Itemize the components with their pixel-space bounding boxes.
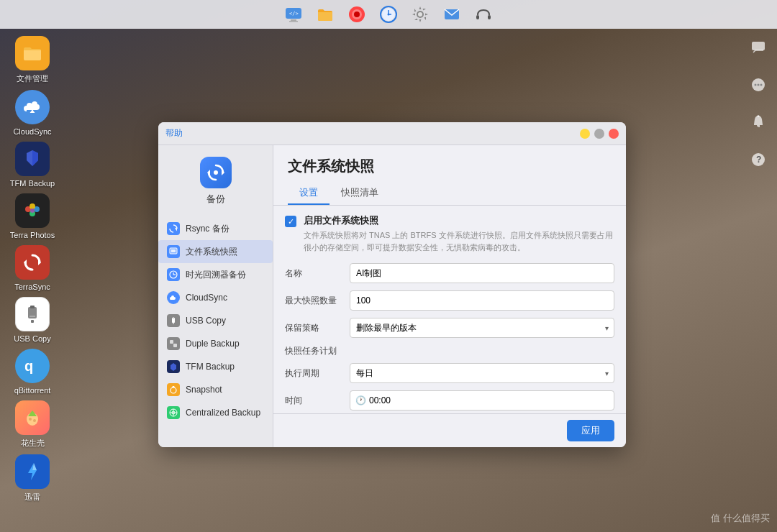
taskbar-icon-settings[interactable] bbox=[410, 4, 430, 24]
settings-content: 启用文件系统快照 文件系统快照将对 TNAS 上的 BTRFS 文件系统进行快照… bbox=[273, 214, 626, 413]
dialog-tabs: 设置 快照清单 bbox=[273, 182, 626, 206]
sidebar-item-cloudsync-label: CloudSync bbox=[186, 293, 227, 303]
desktop-icon-terraphotos[interactable]: Terra Photos bbox=[7, 193, 58, 239]
svg-point-37 bbox=[760, 84, 763, 86]
svg-point-11 bbox=[388, 14, 390, 16]
desktop-icon-terrasync[interactable]: TerraSync bbox=[7, 245, 58, 291]
message-icon[interactable] bbox=[747, 36, 770, 59]
taskbar: </> bbox=[0, 0, 777, 29]
form-label-name: 名称 bbox=[285, 267, 350, 280]
sidebar-item-duple-backup-label: Duple Backup bbox=[186, 339, 240, 349]
taskbar-icon-monitor[interactable] bbox=[347, 4, 367, 24]
sidebar-list: Rsync 备份 文件系统快照 bbox=[158, 217, 273, 424]
taskbar-icon-folder[interactable] bbox=[315, 4, 335, 24]
maximize-button[interactable]: □ bbox=[594, 129, 604, 139]
svg-rect-52 bbox=[173, 317, 174, 318]
tab-snapshot-list[interactable]: 快照清单 bbox=[330, 182, 390, 205]
sidebar-item-snapshot[interactable]: Snapshot bbox=[158, 378, 273, 401]
dialog-title: 文件系统快照 bbox=[273, 145, 626, 182]
period-select[interactable]: 每日 每周 每月 bbox=[350, 363, 614, 383]
svg-point-32 bbox=[33, 419, 36, 422]
desktop-icon-filemgr[interactable]: 文件管理 bbox=[7, 36, 58, 84]
dialog-titlebar: 帮助 − □ × bbox=[158, 122, 626, 145]
sidebar-item-icon-usb bbox=[167, 314, 180, 327]
sidebar-item-centralized-backup-label: Centralized Backup bbox=[186, 408, 260, 418]
time-input[interactable] bbox=[350, 390, 614, 411]
svg-rect-51 bbox=[172, 318, 175, 323]
period-select-wrapper: 每日 每周 每月 ▾ bbox=[350, 363, 614, 383]
close-button[interactable]: × bbox=[609, 129, 619, 139]
sidebar-item-timemachine-label: 时光回溯器备份 bbox=[186, 269, 246, 281]
form-label-period: 执行周期 bbox=[285, 367, 350, 380]
sidebar-item-icon-duple bbox=[167, 337, 180, 350]
minimize-button[interactable]: − bbox=[580, 129, 590, 139]
svg-text:</>: </> bbox=[289, 11, 299, 17]
enable-desc: 文件系统快照将对 TNAS 上的 BTRFS 文件系统进行快照。启用文件系统快照… bbox=[304, 229, 614, 253]
sidebar-item-rsync[interactable]: Rsync 备份 bbox=[158, 217, 273, 240]
svg-point-43 bbox=[214, 170, 218, 175]
svg-rect-2 bbox=[289, 21, 298, 22]
svg-point-35 bbox=[755, 84, 757, 86]
retention-select[interactable]: 删除最早的版本 保留所有版本 bbox=[350, 318, 614, 338]
desktop-icon-cloudsync[interactable]: CloudSync bbox=[7, 90, 58, 136]
svg-rect-55 bbox=[173, 344, 177, 347]
desktop-icon-xundian[interactable]: 迅雷 bbox=[7, 454, 58, 503]
form-row-name: 名称 bbox=[285, 263, 614, 283]
desktop-icon-terraphotos-label: Terra Photos bbox=[10, 231, 55, 239]
taskbar-icon-mail[interactable] bbox=[442, 4, 462, 24]
sidebar-item-filesystem-snapshot[interactable]: 文件系统快照 bbox=[158, 240, 273, 263]
desktop-icon-tfmbackup-label: TFM Backup bbox=[10, 179, 55, 188]
form-label-retention: 保留策略 bbox=[285, 322, 350, 334]
desktop-icon-huashengke[interactable]: 花生壳 bbox=[7, 400, 58, 449]
sidebar-item-centralized-backup[interactable]: Centralized Backup bbox=[158, 401, 273, 424]
tab-settings[interactable]: 设置 bbox=[288, 182, 330, 205]
sidebar-item-timemachine[interactable]: 时光回溯器备份 bbox=[158, 263, 273, 286]
enable-title: 启用文件系统快照 bbox=[304, 214, 614, 227]
svg-point-36 bbox=[758, 84, 760, 86]
svg-text:?: ? bbox=[756, 155, 761, 165]
bell-icon[interactable] bbox=[747, 111, 770, 134]
desktop-icon-usbcopy[interactable]: USB Copy bbox=[7, 297, 58, 343]
max-count-input[interactable] bbox=[350, 290, 614, 311]
taskbar-icon-remotedesktop[interactable]: </> bbox=[283, 4, 304, 24]
form-row-retention: 保留策略 删除最早的版本 保留所有版本 ▾ bbox=[285, 318, 614, 338]
main-content: 文件系统快照 设置 快照清单 启用文件系统快照 文件系统快照将对 TNAS 上的… bbox=[273, 145, 626, 447]
svg-point-13 bbox=[418, 12, 422, 17]
apply-button[interactable]: 应用 bbox=[567, 420, 614, 441]
desktop-icon-filemgr-label: 文件管理 bbox=[17, 73, 48, 84]
svg-point-38 bbox=[758, 115, 760, 117]
sidebar-item-rsync-label: Rsync 备份 bbox=[186, 223, 230, 235]
sidebar-header-label: 备份 bbox=[206, 193, 225, 206]
desktop-icon-tfmbackup[interactable]: TFM Backup bbox=[7, 142, 58, 188]
titlebar-help[interactable]: 帮助 bbox=[165, 127, 183, 139]
taskbar-icon-headphone[interactable] bbox=[473, 4, 494, 24]
help-icon[interactable]: ? bbox=[747, 148, 770, 171]
enable-text-block: 启用文件系统快照 文件系统快照将对 TNAS 上的 BTRFS 文件系统进行快照… bbox=[304, 214, 614, 253]
retention-select-wrapper: 删除最早的版本 保留所有版本 ▾ bbox=[350, 318, 614, 338]
sidebar-item-icon-snapshot2 bbox=[167, 383, 180, 396]
svg-point-22 bbox=[30, 208, 35, 213]
svg-rect-47 bbox=[171, 249, 176, 252]
svg-point-21 bbox=[29, 203, 35, 209]
name-input[interactable] bbox=[350, 263, 614, 283]
desktop-icon-xundian-label: 迅雷 bbox=[24, 492, 40, 503]
sidebar-item-duple-backup[interactable]: Duple Backup bbox=[158, 332, 273, 355]
taskbar-icon-clock[interactable] bbox=[378, 4, 399, 24]
task-schedule-title: 快照任务计划 bbox=[285, 345, 614, 357]
enable-checkbox[interactable] bbox=[285, 216, 296, 227]
desktop-icon-cloudsync-label: CloudSync bbox=[13, 127, 51, 136]
sidebar-item-snapshot-label: Snapshot bbox=[186, 385, 222, 395]
sidebar-item-tfm-backup[interactable]: TFM Backup bbox=[158, 355, 273, 378]
sidebar-item-tfm-backup-label: TFM Backup bbox=[186, 362, 235, 372]
time-input-wrap: 🕐 bbox=[350, 390, 614, 411]
chat-icon[interactable] bbox=[747, 73, 770, 96]
desktop-icon-huashengke-label: 花生壳 bbox=[21, 438, 45, 449]
desktop: </> bbox=[0, 0, 777, 532]
form-label-time: 时间 bbox=[285, 395, 350, 407]
sidebar-item-cloudsync[interactable]: CloudSync bbox=[158, 286, 273, 309]
sidebar-item-usb-copy[interactable]: USB Copy bbox=[158, 309, 273, 332]
svg-point-6 bbox=[354, 12, 360, 17]
form-row-period: 执行周期 每日 每周 每月 ▾ bbox=[285, 363, 614, 383]
desktop-icon-terrasync-label: TerraSync bbox=[14, 283, 50, 291]
desktop-icon-qbittorrent[interactable]: q qBittorrent bbox=[7, 349, 58, 395]
